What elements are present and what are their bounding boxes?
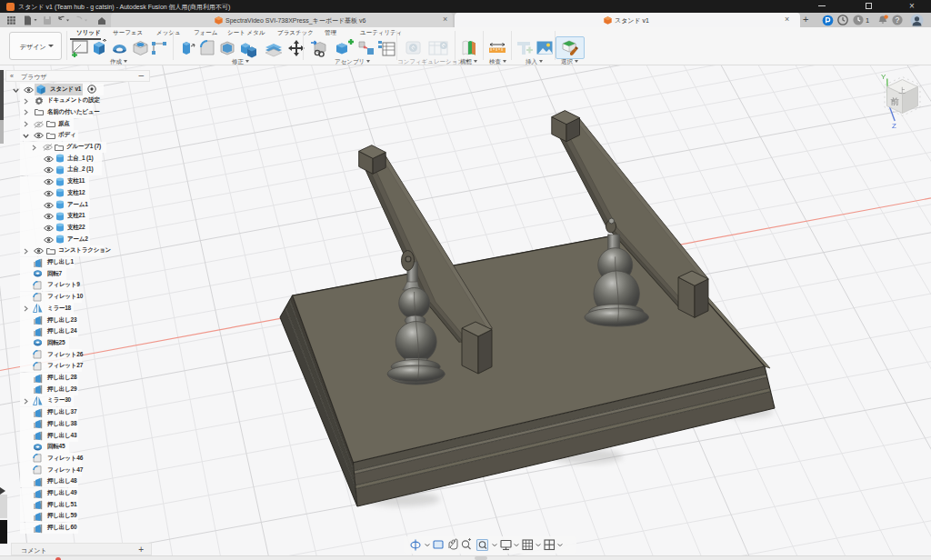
svg-text:前: 前 xyxy=(891,96,900,106)
svg-text:?: ? xyxy=(896,15,900,25)
svg-text:上: 上 xyxy=(899,86,906,95)
svg-text:Z: Z xyxy=(892,122,896,130)
svg-text:Y: Y xyxy=(881,73,886,81)
